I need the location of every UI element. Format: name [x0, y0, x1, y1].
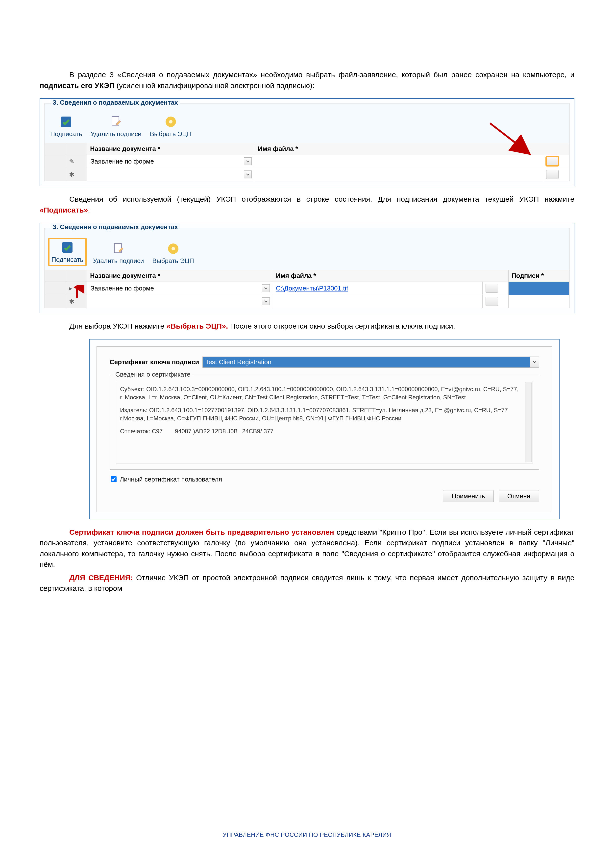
paragraph-1: В разделе 3 «Сведения о подаваемых докум…	[40, 69, 574, 91]
col-file-name: Имя файла *	[273, 270, 508, 282]
sign-icon	[60, 240, 74, 254]
paragraph-5: ДЛЯ СВЕДЕНИЯ: Отличие УКЭП от простой эл…	[40, 572, 574, 594]
screenshot-cert-dialog: Сертификат ключа подписи Test Client Reg…	[89, 339, 560, 519]
choose-ecp-button[interactable]: Выбрать ЭЦП	[150, 240, 196, 266]
file-browse-button[interactable]	[546, 170, 558, 179]
sign-button[interactable]: Подписать	[48, 238, 87, 266]
table-row: ▸ C:\Документы\P13001.tif	[45, 282, 569, 295]
choose-ecp-button[interactable]: Выбрать ЭЦП	[148, 113, 194, 139]
file-browse-button[interactable]	[485, 284, 498, 293]
table-row: ✱	[45, 295, 569, 308]
doc-name-dropdown[interactable]	[90, 284, 270, 293]
chevron-down-icon[interactable]	[262, 298, 270, 305]
group-title: 3. Сведения о подаваемых документах	[51, 223, 180, 231]
doc-name-dropdown[interactable]	[90, 170, 252, 179]
remove-sign-button[interactable]: Удалить подписи	[91, 240, 146, 266]
cert-details-legend: Сведения о сертификате	[113, 370, 192, 378]
svg-point-3	[169, 120, 172, 124]
cert-label: Сертификат ключа подписи	[110, 358, 199, 366]
group-title: 3. Сведения о подаваемых документах	[51, 99, 180, 106]
page-footer: УПРАВЛЕНИЕ ФНС РОССИИ ПО РЕСПУБЛИКЕ КАРЕ…	[0, 831, 614, 838]
cog-icon	[166, 242, 180, 256]
paragraph-4: Сертификат ключа подписи должен быть пре…	[40, 527, 574, 570]
scrollbar[interactable]	[525, 382, 532, 462]
document-pencil-icon	[109, 115, 123, 129]
file-browse-button[interactable]	[485, 297, 498, 306]
chevron-down-icon[interactable]	[244, 157, 252, 165]
svg-point-7	[172, 247, 175, 250]
table-row: ✱	[45, 168, 569, 181]
annotation-arrow-icon	[70, 285, 84, 300]
col-signatures: Подписи *	[509, 270, 569, 282]
file-browse-button[interactable]	[546, 157, 558, 166]
document-pencil-icon	[112, 242, 126, 256]
chevron-down-icon[interactable]	[244, 170, 252, 178]
sign-icon	[59, 115, 73, 129]
cert-details-fieldset: Сведения о сертификате Субъект: OID.1.2.…	[110, 375, 539, 470]
doc-name-dropdown[interactable]	[90, 157, 252, 166]
apply-button[interactable]: Применить	[443, 490, 493, 502]
screenshot-2: 3. Сведения о подаваемых документах Подп…	[40, 223, 574, 313]
col-doc-name: Название документа *	[87, 270, 273, 282]
paragraph-3: Для выбора УКЭП нажмите «Выбрать ЭЦП». П…	[40, 321, 574, 332]
documents-table: Название документа * Имя файла * Подписи…	[45, 270, 569, 308]
col-doc-name: Название документа *	[87, 143, 255, 155]
remove-sign-button[interactable]: Удалить подписи	[88, 113, 144, 139]
paragraph-2: Сведения об используемой (текущей) УКЭП …	[40, 194, 574, 215]
personal-cert-checkbox[interactable]	[111, 476, 116, 482]
screenshot-1: 3. Сведения о подаваемых документах Подп…	[40, 98, 574, 186]
cert-select[interactable]: Test Client Registration	[202, 356, 539, 368]
annotation-arrow-icon	[488, 121, 537, 160]
cert-details-text: Субъект: OID.1.2.643.100.3=00000000000, …	[116, 381, 533, 463]
new-row-icon[interactable]: ✱	[66, 168, 87, 181]
row-edit-icon[interactable]: ✎	[66, 155, 87, 168]
cog-icon	[164, 115, 178, 129]
doc-name-dropdown[interactable]	[90, 298, 270, 305]
personal-cert-label: Личный сертификат пользователя	[120, 476, 222, 483]
file-path-link[interactable]: C:\Документы\P13001.tif	[276, 285, 348, 292]
chevron-down-icon[interactable]	[530, 357, 539, 367]
chevron-down-icon[interactable]	[262, 284, 270, 292]
sign-button[interactable]: Подписать	[48, 113, 84, 139]
toolbar: Подписать Удалить подписи Выбрать ЭЦП	[45, 233, 569, 270]
cancel-button[interactable]: Отмена	[499, 490, 539, 502]
cert-selected-value: Test Client Registration	[203, 357, 530, 367]
